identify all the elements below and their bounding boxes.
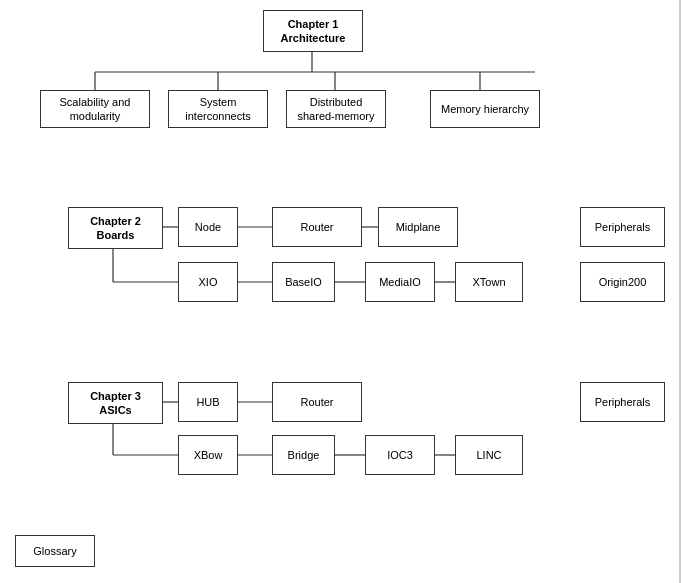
node-box: Node [178,207,238,247]
system-interconnects-box: System interconnects [168,90,268,128]
linc-box: LINC [455,435,523,475]
bridge-box: Bridge [272,435,335,475]
xbow-box: XBow [178,435,238,475]
chapter2-box: Chapter 2 Boards [68,207,163,249]
peripherals-ch3-box: Peripherals [580,382,665,422]
xtown-box: XTown [455,262,523,302]
diagram: Chapter 1 Architecture Scalability and m… [0,0,681,583]
scalability-box: Scalability and modularity [40,90,150,128]
glossary-box: Glossary [15,535,95,567]
mediaio-box: MediaIO [365,262,435,302]
ioc3-box: IOC3 [365,435,435,475]
origin200-box: Origin200 [580,262,665,302]
peripherals-ch2-box: Peripherals [580,207,665,247]
chapter1-box: Chapter 1 Architecture [263,10,363,52]
memory-box: Memory hierarchy [430,90,540,128]
midplane-box: Midplane [378,207,458,247]
xio-box: XIO [178,262,238,302]
hub-box: HUB [178,382,238,422]
router-ch2-box: Router [272,207,362,247]
baseio-box: BaseIO [272,262,335,302]
router-ch3-box: Router [272,382,362,422]
chapter3-box: Chapter 3 ASICs [68,382,163,424]
connector-lines [0,0,681,583]
distributed-box: Distributed shared-memory [286,90,386,128]
